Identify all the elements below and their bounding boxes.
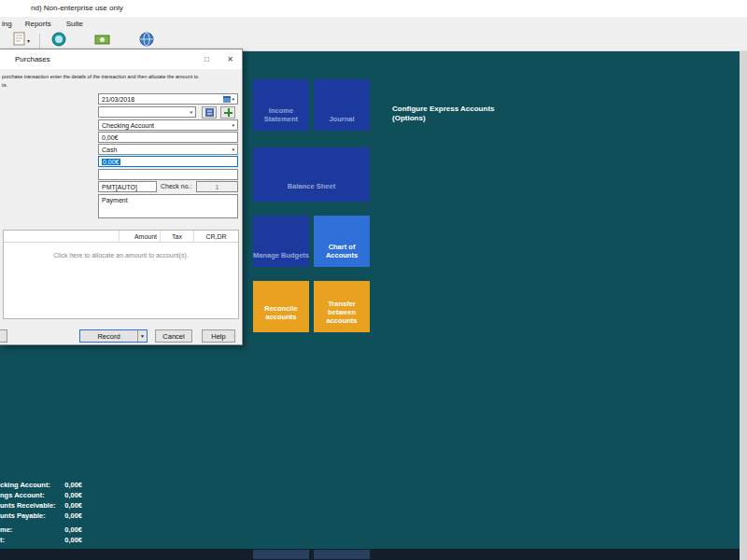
summary-value: 0,00€ <box>64 491 82 499</box>
tile-label: Transfer between accounts <box>314 300 370 325</box>
chevron-down-icon: ▾ <box>232 96 234 102</box>
dialog-title: Purchases <box>15 55 50 63</box>
calendar-icon <box>223 95 231 103</box>
chevron-down-icon: ▾ <box>27 37 30 44</box>
column-tax: Tax <box>161 231 194 242</box>
tile-label: Journal <box>329 115 354 123</box>
summary-label: cking Account: <box>0 481 50 489</box>
summary-row: unts Payable: 0,00€ <box>0 511 84 521</box>
tile-journal[interactable]: Journal <box>314 79 370 131</box>
address-book-icon <box>205 108 214 117</box>
date-field[interactable]: 21/03/2018 ▾ <box>98 93 238 105</box>
account-select[interactable]: Checking Account ▾ <box>98 119 238 131</box>
summary-label: unts Payable: <box>0 511 46 520</box>
account-value: Checking Account <box>102 122 154 129</box>
taskbar <box>0 549 740 560</box>
calendar-dropdown-button[interactable]: ▾ <box>223 95 234 103</box>
maximize-button[interactable]: □ <box>195 49 218 69</box>
cut-button-fragment[interactable] <box>0 329 7 343</box>
tile-transfer-between-accounts[interactable]: Transfer between accounts <box>314 281 370 332</box>
memo-field[interactable]: Payment <box>98 194 238 218</box>
accounts-button[interactable] <box>48 32 70 50</box>
tile-balance-sheet[interactable]: Balance Sheet <box>253 147 370 202</box>
date-value: 21/03/2018 <box>102 96 134 103</box>
column-amount: Amount <box>120 231 161 242</box>
tile-label: Manage Budgets <box>253 251 309 259</box>
tile-label: Income Statement <box>253 106 309 123</box>
menu-item-cut[interactable]: ing <box>0 17 18 31</box>
summary-label: t: <box>0 536 5 544</box>
record-dropdown-arrow[interactable]: ▼ <box>137 330 147 342</box>
taskbar-item[interactable] <box>253 550 309 559</box>
purchases-dialog: Purchases □ ✕ purchase transaction enter… <box>0 49 243 345</box>
summary-row: cking Account: 0,00€ <box>0 480 84 490</box>
summary-label: me: <box>0 525 12 534</box>
payee-add-button[interactable] <box>220 106 235 119</box>
close-button[interactable]: ✕ <box>218 49 242 69</box>
menu-bar: ing Reports Suite <box>0 17 747 31</box>
summary-value: 0,00€ <box>64 511 82 520</box>
allocate-placeholder[interactable]: Click here to allocate an amount to acco… <box>4 252 238 259</box>
summary-value: 0,00€ <box>64 525 82 534</box>
help-button[interactable]: Help <box>202 329 235 343</box>
tile-label: Reconcile accounts <box>253 304 309 321</box>
cancel-button[interactable]: Cancel <box>155 329 192 343</box>
new-transaction-button[interactable]: ▾ <box>9 32 34 50</box>
configure-express-accounts-link[interactable]: Configure Express Accounts (Options) <box>392 105 515 123</box>
extra-field[interactable] <box>98 169 238 180</box>
check-no-field: 1 <box>196 181 238 192</box>
toolbar-separator <box>39 34 40 49</box>
taskbar-item[interactable] <box>314 550 370 559</box>
chevron-down-icon: ▾ <box>232 122 234 128</box>
memo-value: Payment <box>102 197 128 203</box>
payee-lookup-button[interactable] <box>202 106 217 119</box>
allocation-table: Amount Tax CR,DR Click here to allocate … <box>3 230 239 319</box>
reference-value: PMT[AUTO] <box>102 184 137 190</box>
window-title: nd) Non-enterprise use only <box>31 4 123 12</box>
tile-income-statement[interactable]: Income Statement <box>253 79 309 131</box>
record-label: Record <box>97 332 120 341</box>
app-window: nd) Non-enterprise use only ing Reports … <box>0 0 747 560</box>
tile-manage-budgets[interactable]: Manage Budgets <box>253 216 309 267</box>
document-icon <box>13 32 25 49</box>
amount-field[interactable]: 0,00€ <box>98 132 238 143</box>
reference-field[interactable]: PMT[AUTO] <box>98 181 157 192</box>
plus-icon <box>224 108 233 117</box>
record-button[interactable]: Record ▼ <box>79 329 148 343</box>
summary-label: ngs Account: <box>0 491 45 499</box>
dialog-titlebar: Purchases □ ✕ <box>0 49 242 69</box>
payments-button[interactable] <box>91 32 115 50</box>
summary-value: 0,00€ <box>64 536 82 544</box>
allocated-amount-value: 0,00€ <box>102 159 120 165</box>
summary-row: me: 0,00€ <box>0 525 84 535</box>
method-value: Cash <box>102 147 117 153</box>
allocated-amount-field[interactable]: 0,00€ <box>98 156 238 167</box>
allocation-table-header: Amount Tax CR,DR <box>4 231 238 243</box>
tile-chart-of-accounts[interactable]: Chart of Accounts <box>314 216 370 267</box>
menu-item-reports[interactable]: Reports <box>18 17 59 31</box>
summary-row: t: 0,00€ <box>0 535 84 545</box>
window-right-edge <box>740 51 747 560</box>
payee-combobox[interactable]: ▾ <box>98 106 196 118</box>
globe-icon <box>139 32 154 50</box>
tile-label: Chart of Accounts <box>314 243 370 259</box>
summary-value: 0,00€ <box>64 501 82 510</box>
web-access-button[interactable] <box>135 32 158 50</box>
chevron-down-icon: ▾ <box>190 109 192 115</box>
dialog-instructions-line1: purchase transaction enter the details o… <box>2 74 198 79</box>
summary-row: unts Receivable: 0,00€ <box>0 500 84 511</box>
tile-label: Balance Sheet <box>288 182 335 190</box>
check-no-value: 1 <box>216 184 219 190</box>
banknote-icon <box>94 33 111 49</box>
summary-row: ngs Account: 0,00€ <box>0 490 84 500</box>
amount-value: 0,00€ <box>102 134 119 141</box>
window-titlebar: nd) Non-enterprise use only <box>0 0 747 17</box>
dialog-instructions-line2: ts. <box>2 82 7 88</box>
coin-icon <box>51 32 66 50</box>
tile-reconcile-accounts[interactable]: Reconcile accounts <box>253 281 309 332</box>
chevron-down-icon: ▾ <box>232 147 234 152</box>
menu-item-suite[interactable]: Suite <box>59 17 91 31</box>
payment-method-select[interactable]: Cash ▾ <box>98 144 238 155</box>
account-summary: cking Account: 0,00€ ngs Account: 0,00€ … <box>0 480 84 545</box>
check-no-label: Check no.: <box>161 183 191 189</box>
